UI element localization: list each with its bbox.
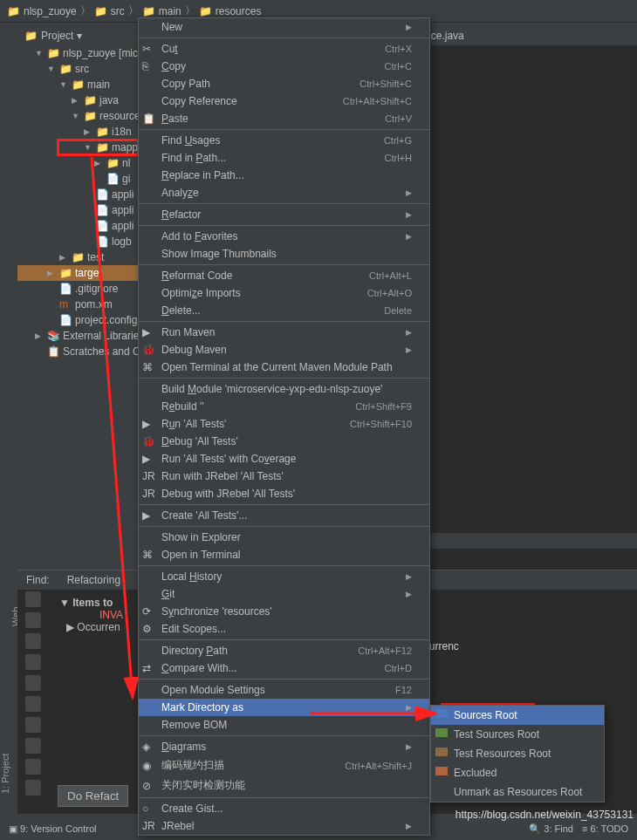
- run-icon[interactable]: [25, 633, 41, 649]
- menu-item[interactable]: New▶: [139, 18, 429, 36]
- menu-item[interactable]: Mark Directory as▶: [139, 699, 429, 716]
- bc-1[interactable]: src: [111, 5, 125, 17]
- submenu-item[interactable]: Test Sources Root: [431, 725, 604, 744]
- menu-icon: ⊘: [142, 780, 156, 792]
- menu-item[interactable]: ⟳Synchronize 'resources': [139, 603, 429, 620]
- menu-item[interactable]: 🐞Debug Maven▶: [139, 341, 429, 359]
- menu-item[interactable]: ✂CutCtrl+X: [139, 40, 429, 58]
- left-rail: 1: Project Web 2: Favorites JRebel 7: St…: [0, 23, 17, 808]
- folder-icon: 📁: [24, 30, 38, 42]
- menu-item[interactable]: Copy PathCtrl+Shift+C: [139, 75, 429, 92]
- menu-item[interactable]: Directory PathCtrl+Alt+F12: [139, 642, 429, 659]
- menu-item[interactable]: Git▶: [139, 585, 429, 603]
- menu-item[interactable]: ⌘Open Terminal at the Current Maven Modu…: [139, 359, 429, 376]
- menu-item[interactable]: JRDebug with JRebel 'All Tests': [139, 485, 429, 502]
- menu-item[interactable]: Local History▶: [139, 568, 429, 585]
- menu-item[interactable]: ▶Create 'All Tests'...: [139, 507, 429, 524]
- dropdown-icon[interactable]: ▾: [77, 30, 82, 42]
- menu-item[interactable]: ⇄Compare With...Ctrl+D: [139, 659, 429, 677]
- menu-icon: ◈: [142, 741, 156, 753]
- submenu-mark-directory: Sources RootTest Sources RootTest Resour…: [430, 705, 605, 802]
- bc-2[interactable]: main: [159, 5, 182, 17]
- collapse-icon[interactable]: [25, 675, 41, 691]
- find-tool[interactable]: 🔍 3: Find: [529, 823, 573, 835]
- filter-icon[interactable]: [25, 612, 41, 628]
- menu-item[interactable]: ▶Run 'All Tests' with Coverage: [139, 450, 429, 468]
- find-label: Find:: [26, 574, 50, 586]
- folder-icon: [435, 709, 448, 718]
- bc-3[interactable]: resources: [216, 5, 262, 17]
- menu-icon: ▶: [142, 418, 156, 430]
- menu-icon: ○: [142, 802, 156, 815]
- menu-item[interactable]: Optimize ImportsCtrl+Alt+O: [139, 284, 429, 302]
- menu-item[interactable]: Copy ReferenceCtrl+Alt+Shift+C: [139, 92, 429, 110]
- folder-icon: 📁: [94, 5, 107, 17]
- folder-icon: [435, 728, 448, 737]
- submenu-item[interactable]: Excluded: [431, 763, 604, 782]
- todo-tool[interactable]: ≡ 6: TODO: [582, 823, 628, 835]
- menu-item[interactable]: ◈Diagrams▶: [139, 738, 429, 755]
- menu-icon: JR: [142, 488, 156, 500]
- menu-item[interactable]: ▶Run Maven▶: [139, 324, 429, 341]
- menu-item[interactable]: 🐞Debug 'All Tests': [139, 433, 429, 450]
- menu-item[interactable]: Analyze▶: [139, 184, 429, 201]
- menu-icon: ✂: [142, 43, 156, 55]
- menu-icon: ▶: [142, 326, 156, 338]
- menu-item[interactable]: Delete...Delete: [139, 302, 429, 319]
- context-menu: New▶✂CutCtrl+X⎘CopyCtrl+CCopy PathCtrl+S…: [138, 17, 430, 836]
- menu-item[interactable]: Find in Path...Ctrl+H: [139, 149, 429, 167]
- menu-item[interactable]: ◉编码规约扫描Ctrl+Alt+Shift+J: [139, 755, 429, 775]
- stop-icon[interactable]: [25, 654, 41, 670]
- menu-item[interactable]: JRJRebel▶: [139, 817, 429, 835]
- menu-item[interactable]: Refactor▶: [139, 206, 429, 223]
- submenu-item[interactable]: Test Resources Root: [431, 744, 604, 763]
- menu-icon: ⇄: [142, 662, 156, 674]
- menu-item[interactable]: Show in Explorer: [139, 529, 429, 546]
- folder-icon: [435, 748, 448, 756]
- folder-icon: 📁: [142, 5, 155, 17]
- menu-icon: ▶: [142, 453, 156, 465]
- close-icon[interactable]: [25, 759, 41, 775]
- project-label[interactable]: Project: [41, 30, 73, 42]
- rail-project[interactable]: 1: Project: [0, 30, 10, 794]
- menu-icon: ⌘: [142, 361, 156, 373]
- menu-item[interactable]: Build Module 'microservice-yxp-edu-nlsp-…: [139, 380, 429, 398]
- menu-item[interactable]: ⊘关闭实时检测功能: [139, 775, 429, 796]
- pin-icon[interactable]: [25, 738, 41, 754]
- menu-item[interactable]: ⌘Open in Terminal: [139, 546, 429, 563]
- bc-0[interactable]: nlsp_zuoye: [24, 5, 77, 17]
- menu-item[interactable]: ▶Run 'All Tests'Ctrl+Shift+F10: [139, 415, 429, 433]
- submenu-item[interactable]: Sources Root: [431, 706, 604, 725]
- menu-item[interactable]: ⚙Edit Scopes...: [139, 620, 429, 638]
- menu-item[interactable]: Find UsagesCtrl+G: [139, 132, 429, 149]
- expand-icon[interactable]: [25, 696, 41, 712]
- folder-icon: 📁: [199, 5, 212, 17]
- gear-icon[interactable]: [25, 591, 41, 607]
- watermark: https://blog.csdn.net/weixin_43753131: [455, 809, 634, 821]
- menu-item[interactable]: Show Image Thumbnails: [139, 245, 429, 263]
- folder-icon: 📁: [7, 5, 20, 17]
- help-icon[interactable]: [25, 780, 41, 796]
- menu-item[interactable]: Remove BOM: [139, 716, 429, 734]
- submenu-item[interactable]: Unmark as Resources Root: [431, 782, 604, 802]
- menu-icon: ⎘: [142, 60, 156, 72]
- menu-item[interactable]: JRRun with JRebel 'All Tests': [139, 468, 429, 485]
- menu-icon: 📋: [142, 113, 156, 125]
- refactoring-label: Refactoring: [67, 574, 120, 586]
- status-bar: ▣ 9: Version Control: [9, 823, 97, 835]
- menu-item[interactable]: Rebuild ''Ctrl+Shift+F9: [139, 398, 429, 415]
- menu-item[interactable]: Replace in Path...: [139, 167, 429, 184]
- autoscroll-icon[interactable]: [25, 717, 41, 733]
- menu-icon: ◉: [142, 760, 156, 772]
- menu-icon: ⌘: [142, 549, 156, 561]
- menu-item[interactable]: 📋PasteCtrl+V: [139, 110, 429, 127]
- menu-item[interactable]: Add to Favorites▶: [139, 228, 429, 245]
- menu-icon: ⚙: [142, 623, 156, 635]
- menu-item[interactable]: Open Module SettingsF12: [139, 681, 429, 699]
- do-refactor-button[interactable]: Do Refact: [58, 785, 128, 807]
- menu-item[interactable]: ⎘CopyCtrl+C: [139, 58, 429, 75]
- menu-icon: JR: [142, 470, 156, 482]
- menu-item[interactable]: Reformat CodeCtrl+Alt+L: [139, 267, 429, 284]
- vcs-tool[interactable]: ▣ 9: Version Control: [9, 823, 97, 835]
- menu-item[interactable]: ○Create Gist...: [139, 800, 429, 817]
